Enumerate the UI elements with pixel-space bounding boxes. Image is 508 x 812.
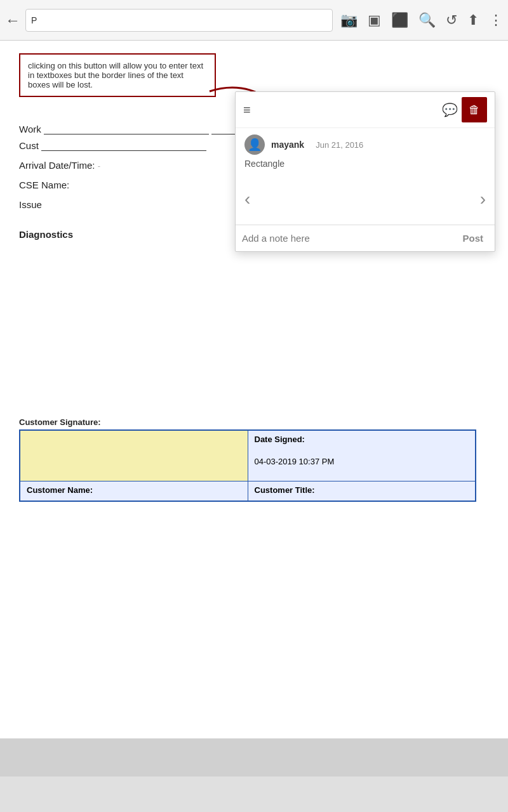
nav-next-button[interactable]: › xyxy=(480,189,486,209)
list-icon[interactable]: ≡ xyxy=(243,103,251,117)
tooltip-text: clicking on this button will allow you t… xyxy=(28,61,203,89)
more-icon[interactable]: ⋮ xyxy=(489,12,503,29)
signature-box[interactable] xyxy=(20,430,248,481)
cust-label: Cust xyxy=(19,140,39,151)
date-signed-cell: Date Signed: 04-03-2019 10:37 PM xyxy=(248,430,476,481)
annotation-date: Jun 21, 2016 xyxy=(316,140,363,150)
annotation-header: ≡ 💬 🗑 xyxy=(236,92,495,128)
search-icon[interactable]: 🔍 xyxy=(418,12,436,29)
trash-icon: 🗑 xyxy=(469,103,480,117)
customer-title-cell: Customer Title: xyxy=(248,481,476,501)
tooltip-box: clicking on this button will allow you t… xyxy=(19,53,216,97)
layout-icon[interactable]: ▣ xyxy=(368,12,381,29)
export-icon[interactable]: ⬛ xyxy=(391,12,408,29)
annotation-header-right: 💬 🗑 xyxy=(442,97,487,122)
signature-section: Customer Signature: Date Signed: 04-03-2… xyxy=(19,417,489,502)
post-button[interactable]: Post xyxy=(457,230,488,246)
customer-name-cell: Customer Name: xyxy=(20,481,248,501)
annotation-header-left: ≡ xyxy=(243,103,251,117)
url-bar[interactable] xyxy=(25,9,333,32)
delete-button[interactable]: 🗑 xyxy=(462,97,487,122)
avatar: 👤 xyxy=(244,134,265,155)
arrival-label: Arrival Date/Time: xyxy=(19,160,95,171)
annotation-user-row: 👤 mayank Jun 21, 2016 xyxy=(236,128,495,157)
signature-table: Date Signed: 04-03-2019 10:37 PM Custome… xyxy=(19,429,476,502)
comment-icon[interactable]: 💬 xyxy=(442,102,458,117)
annotation-nav: ‹ › xyxy=(236,174,495,225)
share-icon[interactable]: ⬆ xyxy=(467,12,479,29)
date-signed-label: Date Signed: xyxy=(255,435,469,444)
camera-icon[interactable]: 📷 xyxy=(340,12,358,29)
undo-icon[interactable]: ↺ xyxy=(446,12,457,29)
issue-label: Issue xyxy=(19,199,42,210)
annotation-popup: ≡ 💬 🗑 👤 mayank Jun 21, 2016 Rectangle ‹ … xyxy=(235,91,495,252)
back-button[interactable]: ← xyxy=(5,11,20,29)
note-input[interactable] xyxy=(242,233,452,244)
footer-bar xyxy=(0,738,508,776)
nav-prev-button[interactable]: ‹ xyxy=(244,189,250,209)
date-signed-value: 04-03-2019 10:37 PM xyxy=(255,457,469,466)
toolbar-icons: 📷 ▣ ⬛ 🔍 ↺ ⬆ ⋮ xyxy=(340,12,503,29)
cust-field[interactable] xyxy=(41,140,206,151)
annotation-username: mayank xyxy=(271,140,304,150)
work-label: Work xyxy=(19,124,41,134)
avatar-icon: 👤 xyxy=(248,138,262,152)
toolbar: ← 📷 ▣ ⬛ 🔍 ↺ ⬆ ⋮ xyxy=(0,0,508,41)
work-field[interactable] xyxy=(44,123,209,134)
signature-label: Customer Signature: xyxy=(19,417,489,427)
document-area: clicking on this button will allow you t… xyxy=(0,41,508,738)
customer-name-label: Customer Name: xyxy=(27,485,93,495)
customer-title-label: Customer Title: xyxy=(255,485,315,495)
annotation-note-area: Post xyxy=(236,225,495,251)
cse-label: CSE Name: xyxy=(19,180,69,190)
annotation-shape-label: Rectangle xyxy=(236,157,495,174)
